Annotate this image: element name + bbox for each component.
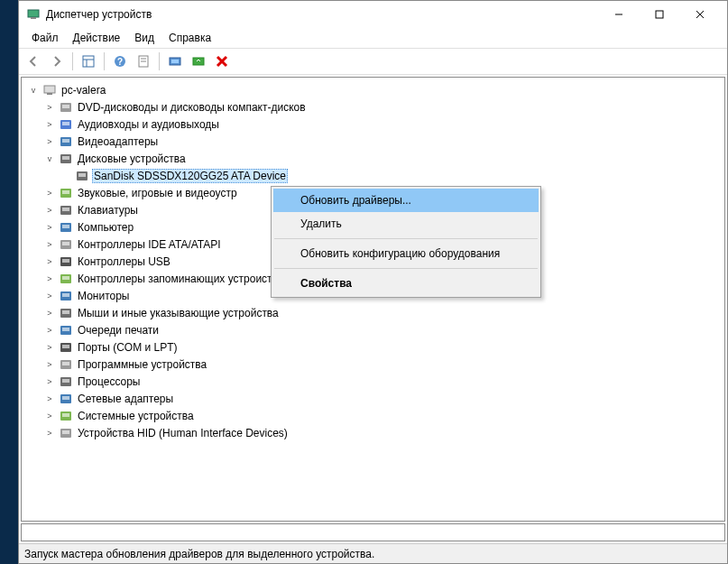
expander-icon[interactable]: > <box>43 377 56 386</box>
expander-icon[interactable]: > <box>43 429 56 438</box>
menu-view[interactable]: Вид <box>127 30 161 46</box>
tree-category-node[interactable]: > Порты (COM и LPT) <box>23 338 723 356</box>
tree-node-label: Мониторы <box>76 289 131 303</box>
svg-rect-36 <box>62 225 69 228</box>
tree-category-node[interactable]: > Системные устройства <box>23 407 723 424</box>
system-icon <box>59 409 73 423</box>
tree-category-node[interactable]: v Дисковые устройства <box>23 150 723 167</box>
tree-node-label: Аудиовходы и аудиовыходы <box>76 117 221 132</box>
tree-node-label: Контроллеры IDE ATA/ATAPI <box>76 237 223 252</box>
svg-rect-26 <box>62 139 69 143</box>
tree-node-label: DVD-дисководы и дисководы компакт-дисков <box>76 100 308 115</box>
toolbar-separator <box>104 52 105 70</box>
statusbar: Запуск мастера обновления драйверов для … <box>19 543 727 563</box>
scan-hardware-button[interactable] <box>164 51 186 72</box>
tree-node-label: Процессоры <box>76 374 143 389</box>
titlebar[interactable]: Диспетчер устройств <box>19 1 727 28</box>
expander-icon[interactable]: > <box>43 394 56 403</box>
tree-node-label: pc-valera <box>60 83 107 97</box>
tree-node-label: SanDisk SDSSDX120GG25 ATA Device <box>92 169 288 183</box>
svg-rect-19 <box>44 86 55 93</box>
expander-icon[interactable]: > <box>43 206 56 215</box>
toolbar-separator <box>159 52 160 70</box>
context-properties[interactable]: Свойства <box>273 272 539 295</box>
tree-node-label: Системные устройства <box>76 409 196 423</box>
context-menu: Обновить драйверы... Удалить Обновить ко… <box>271 186 541 298</box>
tree-node-label: Сетевые адаптеры <box>76 392 175 406</box>
expander-icon[interactable]: v <box>43 154 56 163</box>
close-button[interactable] <box>679 2 720 27</box>
hid-icon <box>59 426 73 440</box>
svg-rect-1 <box>31 17 36 19</box>
expander-icon[interactable]: > <box>43 274 56 283</box>
menu-action[interactable]: Действие <box>66 30 128 46</box>
expander-icon[interactable]: > <box>43 120 56 129</box>
minimize-button[interactable] <box>598 2 639 27</box>
svg-rect-60 <box>62 430 69 434</box>
tree-category-node[interactable]: > Устройства HID (Human Interface Device… <box>23 424 723 441</box>
svg-rect-58 <box>62 413 69 417</box>
menu-help[interactable]: Справка <box>161 30 218 46</box>
expander-icon[interactable]: > <box>43 257 56 266</box>
expander-icon[interactable]: > <box>43 309 56 318</box>
storage-icon <box>59 272 73 286</box>
monitor-icon <box>59 289 73 303</box>
tree-category-node[interactable]: > Очереди печати <box>23 321 723 338</box>
svg-rect-6 <box>83 56 94 67</box>
svg-rect-46 <box>62 310 69 314</box>
audio-icon <box>59 117 73 132</box>
svg-rect-32 <box>62 190 69 194</box>
tree-category-node[interactable]: > Программные устройства <box>23 356 723 373</box>
menu-file[interactable]: Файл <box>24 30 66 46</box>
nav-forward-button[interactable] <box>46 51 68 72</box>
expander-icon[interactable]: > <box>43 223 56 232</box>
disc-icon <box>59 100 73 115</box>
expander-icon[interactable]: > <box>43 137 56 146</box>
tree-node-label: Видеоадаптеры <box>76 134 160 149</box>
tree-category-node[interactable]: > Процессоры <box>23 373 723 390</box>
context-delete[interactable]: Удалить <box>273 212 539 236</box>
tree-device-node[interactable]: SanDisk SDSSDX120GG25 ATA Device <box>23 167 723 184</box>
maximize-button[interactable] <box>639 2 679 27</box>
tree-node-label: Клавиатуры <box>76 203 140 217</box>
expander-icon[interactable]: > <box>43 291 56 300</box>
svg-rect-15 <box>171 60 179 63</box>
display-icon <box>59 134 73 149</box>
sound-icon <box>59 186 73 200</box>
tree-category-node[interactable]: > Сетевые адаптеры <box>23 390 723 407</box>
properties-button[interactable] <box>133 51 154 72</box>
expander-icon[interactable]: > <box>43 360 56 369</box>
expander-icon[interactable]: > <box>43 411 56 421</box>
uninstall-button[interactable] <box>211 51 233 72</box>
help-button[interactable]: ? <box>109 51 131 72</box>
context-update-drivers[interactable]: Обновить драйверы... <box>273 189 539 212</box>
tree-category-node[interactable]: > DVD-дисководы и дисководы компакт-диск… <box>23 98 723 116</box>
expander-icon[interactable]: > <box>43 326 56 335</box>
expander-icon[interactable]: > <box>43 240 56 249</box>
expander-icon[interactable]: v <box>27 86 40 95</box>
svg-rect-28 <box>62 156 69 160</box>
tree-category-node[interactable]: > Мыши и иные указывающие устройства <box>23 304 723 321</box>
tree-node-label: Контроллеры USB <box>76 254 172 269</box>
tree-category-node[interactable]: > Видеоадаптеры <box>23 133 723 150</box>
svg-rect-34 <box>62 208 69 211</box>
expander-icon[interactable]: > <box>43 343 56 352</box>
expander-icon[interactable]: > <box>43 103 56 112</box>
expander-icon[interactable]: > <box>43 189 56 198</box>
app-icon <box>26 7 41 22</box>
details-pane <box>21 523 725 541</box>
context-refresh-config[interactable]: Обновить конфигурацию оборудования <box>273 242 539 265</box>
svg-rect-50 <box>62 345 69 348</box>
device-tree[interactable]: v pc-valera > DVD-дисководы и дисководы … <box>21 77 725 522</box>
context-separator <box>274 268 538 269</box>
tree-root-node[interactable]: v pc-valera <box>23 81 723 98</box>
tree-category-node[interactable]: > Аудиовходы и аудиовыходы <box>23 116 723 133</box>
nav-back-button[interactable] <box>23 51 44 72</box>
computer-icon <box>42 83 57 97</box>
mouse-icon <box>59 306 73 320</box>
software-icon <box>59 357 73 372</box>
show-hide-tree-button[interactable] <box>78 51 99 72</box>
update-driver-button[interactable] <box>188 51 209 72</box>
disk-icon <box>59 152 73 166</box>
ide-icon <box>59 237 73 252</box>
